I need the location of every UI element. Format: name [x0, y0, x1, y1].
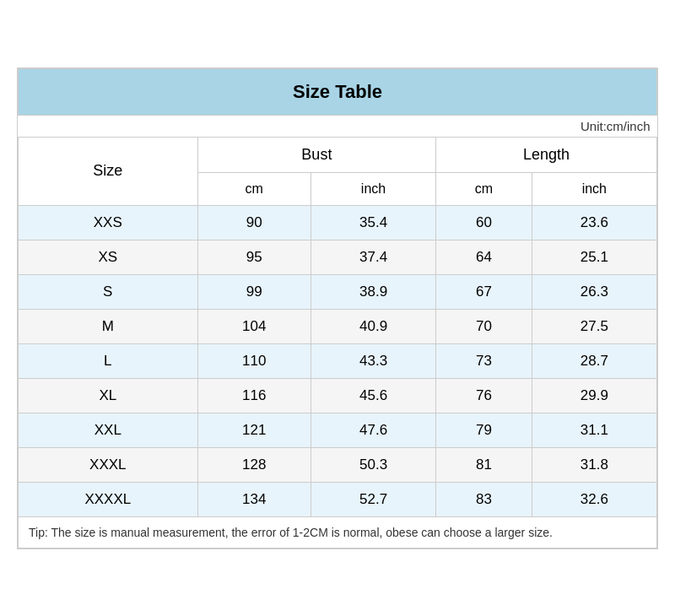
bust-header: Bust: [197, 137, 436, 172]
bust_inch-cell: 38.9: [310, 274, 435, 309]
table-row: XXS9035.46023.6: [19, 205, 657, 240]
bust_inch-cell: 50.3: [310, 447, 435, 482]
table-row: XXXL12850.38131.8: [19, 447, 657, 482]
size-table: Size Table Unit:cm/inch Size Bust Length…: [18, 68, 657, 548]
length_inch-cell: 32.6: [532, 482, 656, 516]
length_cm-cell: 76: [436, 378, 532, 413]
table-row: XS9537.46425.1: [19, 240, 657, 274]
bust_cm-cell: 128: [197, 447, 310, 482]
length_cm-cell: 79: [436, 413, 532, 447]
bust_inch-cell: 40.9: [310, 309, 435, 343]
unit-row: Unit:cm/inch: [19, 115, 657, 137]
bust_inch-cell: 47.6: [310, 413, 435, 447]
bust_inch-cell: 37.4: [310, 240, 435, 274]
bust_inch-cell: 43.3: [310, 343, 435, 378]
tip-text: Tip: The size is manual measurement, the…: [19, 516, 657, 548]
bust_cm-cell: 99: [197, 274, 310, 309]
length_inch-cell: 28.7: [532, 343, 656, 378]
bust_inch-cell: 45.6: [310, 378, 435, 413]
size-cell: L: [19, 343, 198, 378]
tip-row: Tip: The size is manual measurement, the…: [19, 516, 657, 548]
unit-label: Unit:cm/inch: [19, 115, 657, 137]
header-group-row: Size Bust Length: [19, 137, 657, 172]
size-cell: XXS: [19, 205, 198, 240]
table-title: Size Table: [19, 68, 657, 115]
bust_cm-cell: 110: [197, 343, 310, 378]
size-cell: XXL: [19, 413, 198, 447]
length_cm-cell: 81: [436, 447, 532, 482]
length_inch-cell: 26.3: [532, 274, 656, 309]
size-cell: XXXXL: [19, 482, 198, 516]
length_cm-cell: 83: [436, 482, 532, 516]
length_cm-cell: 60: [436, 205, 532, 240]
table-row: M10440.97027.5: [19, 309, 657, 343]
bust-inch-header: inch: [310, 172, 435, 205]
length_inch-cell: 31.8: [532, 447, 656, 482]
size-cell: XXXL: [19, 447, 198, 482]
bust_inch-cell: 52.7: [310, 482, 435, 516]
length_inch-cell: 31.1: [532, 413, 656, 447]
length-inch-header: inch: [532, 172, 656, 205]
length_cm-cell: 67: [436, 274, 532, 309]
length-cm-header: cm: [436, 172, 532, 205]
length_inch-cell: 27.5: [532, 309, 656, 343]
bust_cm-cell: 134: [197, 482, 310, 516]
table-row: XXL12147.67931.1: [19, 413, 657, 447]
length_inch-cell: 25.1: [532, 240, 656, 274]
bust_cm-cell: 90: [197, 205, 310, 240]
length_inch-cell: 23.6: [532, 205, 656, 240]
table-row: S9938.96726.3: [19, 274, 657, 309]
size-cell: XS: [19, 240, 198, 274]
table-row: XXXXL13452.78332.6: [19, 482, 657, 516]
size-header: Size: [19, 137, 198, 205]
bust_cm-cell: 95: [197, 240, 310, 274]
length_cm-cell: 73: [436, 343, 532, 378]
size-cell: M: [19, 309, 198, 343]
size-table-wrapper: Size Table Unit:cm/inch Size Bust Length…: [17, 68, 658, 549]
length_cm-cell: 64: [436, 240, 532, 274]
length_cm-cell: 70: [436, 309, 532, 343]
bust_cm-cell: 116: [197, 378, 310, 413]
table-row: XL11645.67629.9: [19, 378, 657, 413]
table-body: XXS9035.46023.6XS9537.46425.1S9938.96726…: [19, 205, 657, 516]
title-row: Size Table: [19, 68, 657, 115]
size-cell: S: [19, 274, 198, 309]
length-header: Length: [436, 137, 657, 172]
size-cell: XL: [19, 378, 198, 413]
bust_cm-cell: 104: [197, 309, 310, 343]
bust_cm-cell: 121: [197, 413, 310, 447]
table-row: L11043.37328.7: [19, 343, 657, 378]
bust-cm-header: cm: [197, 172, 310, 205]
bust_inch-cell: 35.4: [310, 205, 435, 240]
length_inch-cell: 29.9: [532, 378, 656, 413]
